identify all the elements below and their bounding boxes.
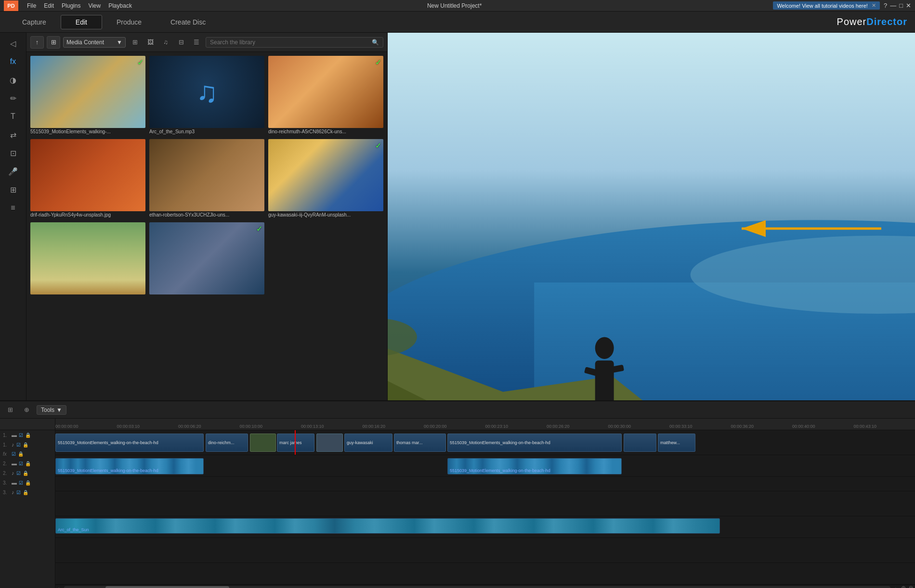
track-lock-icon[interactable]: 🔒 xyxy=(23,442,28,447)
track-lock-icon[interactable]: 🔒 xyxy=(25,480,31,486)
audio-clip[interactable]: 5515039_MotionElements_walking-on-the-be… xyxy=(55,458,204,474)
import-button[interactable]: ↑ xyxy=(30,36,44,49)
content-type-chevron: ▼ xyxy=(117,39,122,46)
sidebar-text-icon[interactable]: T xyxy=(3,108,23,125)
sidebar-transition-icon[interactable]: ⇄ xyxy=(3,126,23,143)
tools-chevron-icon: ▼ xyxy=(56,407,62,413)
media-item[interactable]: ethan-robertson-SYx3UCHZJlo-uns... xyxy=(149,139,264,218)
main-audio-clip[interactable]: Arc_of_the_Sun xyxy=(55,518,720,534)
media-toolbar: ↑ ⊞ Media Content ▼ ⊞ 🖼 ♫ ⊟ ☰ 🔍 xyxy=(26,33,387,52)
track-video-icon: ▬ xyxy=(12,480,17,486)
tab-create-disc[interactable]: Create Disc xyxy=(156,15,220,29)
scrollbar-track[interactable] xyxy=(64,586,890,588)
track-header-1-video: 1. ▬ ☑ 🔒 xyxy=(0,430,55,440)
sidebar-pip-icon[interactable]: ⊡ xyxy=(3,144,23,162)
sidebar-subtitle-icon[interactable]: ≡ xyxy=(3,199,23,217)
track-lock-icon[interactable]: 🔒 xyxy=(25,433,31,438)
media-item[interactable] xyxy=(30,222,145,296)
track-checkbox[interactable]: ☑ xyxy=(19,461,23,466)
media-item[interactable]: ✓5515039_MotionElements_walking-... xyxy=(30,56,145,135)
zoom-in-button[interactable]: ⊕ xyxy=(20,404,33,416)
tab-edit[interactable]: Edit xyxy=(61,15,102,29)
video-clip[interactable]: dino-reichm... xyxy=(206,434,248,452)
track-num: 1. xyxy=(3,442,10,447)
menu-file[interactable]: File xyxy=(23,2,40,9)
music-view-button[interactable]: ♫ xyxy=(159,36,172,49)
video-clip[interactable]: marc james xyxy=(277,434,314,452)
sidebar-mic-icon[interactable]: 🎤 xyxy=(3,163,23,180)
notification-close-button[interactable]: ✕ xyxy=(872,2,876,9)
scrollbar-thumb[interactable] xyxy=(105,586,229,588)
menu-edit[interactable]: Edit xyxy=(40,2,58,9)
close-window-icon[interactable]: ✕ xyxy=(906,2,911,9)
menu-view[interactable]: View xyxy=(84,2,105,9)
audio-clip[interactable]: 5515039_MotionElements_walking-on-the-be… xyxy=(447,458,622,474)
video-clip[interactable]: guy-kawasaki xyxy=(344,434,392,452)
video-clip[interactable]: 5515039_MotionElements_walking-on-the-be… xyxy=(447,434,622,452)
sidebar-collapse[interactable]: ◁ xyxy=(3,35,23,52)
snap-button[interactable]: ⊞ xyxy=(4,404,16,416)
track-lock-icon[interactable]: 🔒 xyxy=(23,490,28,495)
sidebar-normalize-icon[interactable]: ⊞ xyxy=(3,181,23,198)
track-header-2-audio: 2. ♪ ☑ 🔒 xyxy=(0,468,55,478)
zoom-out-icon[interactable]: ⊕ xyxy=(901,585,906,588)
track-content-1-audio: 5515039_MotionElements_walking-on-the-be… xyxy=(55,455,915,476)
video-clip[interactable]: 5515039_MotionElements_walking-on-the-be… xyxy=(55,434,204,452)
tools-dropdown[interactable]: Tools ▼ xyxy=(37,405,66,415)
video-clip[interactable]: matthew... xyxy=(658,434,695,452)
media-item[interactable]: ✓guy-kawasaki-iij-QvyRAnM-unsplash... xyxy=(268,139,383,218)
video-clip[interactable] xyxy=(250,434,276,452)
video-clip[interactable]: thomas mar... xyxy=(394,434,446,452)
track-content-3-video xyxy=(55,538,915,562)
sidebar-pencil-icon[interactable]: ✏ xyxy=(3,89,23,107)
horizontal-scrollbar[interactable]: ← → ⊕ ⊖ xyxy=(55,585,915,588)
search-box[interactable]: 🔍 xyxy=(206,37,383,48)
timeline-area: ⊞ ⊕ Tools ▼ 1. ▬ ☑ 🔒 1. ♪ ☑ 🔒 xyxy=(0,400,915,588)
track-lock-icon[interactable]: 🔒 xyxy=(25,461,31,466)
track-row-1-video: 5515039_MotionElements_walking-on-the-be… xyxy=(55,430,915,455)
media-item[interactable]: ✓dino-reichmuth-A5rCN8626Ck-uns... xyxy=(268,56,383,135)
video-clip[interactable] xyxy=(316,434,343,452)
media-item[interactable]: ✓ xyxy=(149,222,264,296)
minimize-icon[interactable]: — xyxy=(890,2,896,9)
grid-view-button[interactable]: ⊞ xyxy=(129,36,141,49)
track-row-3-video xyxy=(55,538,915,563)
media-item[interactable]: drif-riadh-YpkuRnS4y4w-unsplash.jpg xyxy=(30,139,145,218)
track-row-2-audio: Arc_of_the_Sun xyxy=(55,516,915,538)
plugin-button[interactable]: ⊞ xyxy=(47,36,60,49)
track-checkbox[interactable]: ☑ xyxy=(19,480,23,486)
svg-point-10 xyxy=(595,337,614,359)
search-input[interactable] xyxy=(210,39,369,46)
media-item-label: dino-reichmuth-A5rCN8626Ck-uns... xyxy=(268,128,383,135)
help-icon[interactable]: ? xyxy=(884,2,887,9)
track-audio-icon: ♪ xyxy=(12,470,14,476)
ruler-timecode: 00:00:40:00 xyxy=(792,424,815,429)
track-lock-icon[interactable]: 🔒 xyxy=(23,471,28,476)
media-item[interactable]: ♫Arc_of_the_Sun.mp3 xyxy=(149,56,264,135)
track-checkbox[interactable]: ☑ xyxy=(19,433,23,438)
track-checkbox[interactable]: ☑ xyxy=(16,442,21,447)
project-title: New Untitled Project* xyxy=(136,2,773,9)
tab-capture[interactable]: Capture xyxy=(8,15,61,29)
storyboard-view-button[interactable]: ⊟ xyxy=(175,36,187,49)
mode-bar: Capture Edit Produce Create Disc PowerDi… xyxy=(0,12,915,33)
track-content-2-video xyxy=(55,491,915,516)
list-view-button[interactable]: ☰ xyxy=(190,36,203,49)
maximize-icon[interactable]: □ xyxy=(899,2,903,9)
track-row-2-video xyxy=(55,491,915,516)
track-checkbox[interactable]: ☑ xyxy=(16,490,21,495)
video-clip[interactable] xyxy=(624,434,656,452)
track-checkbox[interactable]: ☑ xyxy=(12,451,16,457)
menu-plugins[interactable]: Plugins xyxy=(58,2,84,9)
content-type-dropdown[interactable]: Media Content ▼ xyxy=(63,37,126,48)
sidebar-effects-icon[interactable]: fx xyxy=(3,53,23,70)
zoom-in-icon[interactable]: ⊖ xyxy=(909,585,913,588)
track-lock-icon[interactable]: 🔒 xyxy=(18,451,24,457)
photo-view-button[interactable]: 🖼 xyxy=(144,36,157,49)
track-checkbox[interactable]: ☑ xyxy=(16,471,21,476)
sidebar-color-icon[interactable]: ◑ xyxy=(3,71,23,89)
ruler-timecode: 00:00:20:00 xyxy=(424,424,447,429)
ruler-timecode: 00:00:03:10 xyxy=(117,424,140,429)
tab-produce[interactable]: Produce xyxy=(102,15,156,29)
menu-playback[interactable]: Playback xyxy=(105,2,136,9)
